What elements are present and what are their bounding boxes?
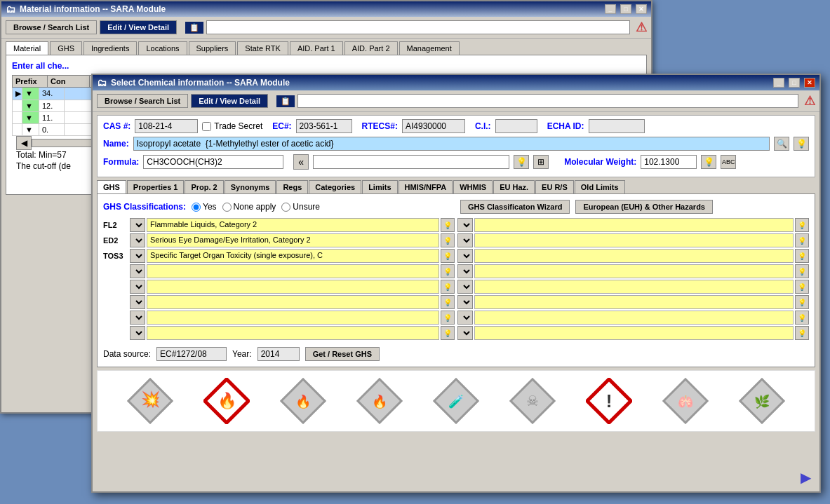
ghs-row-r8: 💡 [457,326,809,340]
bg-tabs: Material GHS Ingredients Locations Suppl… [1,39,651,55]
european-btn[interactable]: European (EUH) & Other Hazards [575,200,713,214]
main-edit-view-btn[interactable]: Edit / View Detail [191,94,268,108]
tab-prop2[interactable]: Prop. 2 [185,180,223,193]
bg-close-btn[interactable]: ✕ [636,4,647,14]
bg-title-input[interactable]: Solvent Wipe #120 [SOLVENT #120] [206,20,630,34]
echa-input[interactable] [589,119,645,133]
tab-eu-rs[interactable]: EU R/S [535,180,574,193]
bg-tab-aid1[interactable]: AID. Part 1 [290,41,343,55]
ghs-light-1[interactable]: 💡 [441,218,455,232]
bg-browse-search-btn[interactable]: Browse / Search List [6,20,97,34]
formula-input2[interactable] [313,155,509,169]
ec-input[interactable] [296,119,352,133]
ghs-wizard-btn[interactable]: GHS Classificaton Wizard [460,200,570,214]
ghs-light-r7[interactable]: 💡 [795,311,809,325]
main-close-btn[interactable]: ✕ [804,78,815,88]
ghs-light-r3[interactable]: 💡 [795,249,809,263]
bg-minimize-btn[interactable]: _ [605,4,616,14]
trade-secret-label[interactable]: Trade Secret [202,121,262,131]
radio-none-label[interactable]: None apply [222,202,276,212]
ghs-light-r5[interactable]: 💡 [795,280,809,294]
ghs-dropdown-3[interactable] [130,249,145,263]
ghs-dropdown-r7[interactable] [457,311,473,325]
ghs-light-r6[interactable]: 💡 [795,295,809,309]
radio-none[interactable] [222,203,232,212]
ghs-dropdown-r8[interactable] [457,326,473,340]
ghs-light-r1[interactable]: 💡 [795,218,809,232]
ghs-dropdown-r4[interactable] [457,264,473,278]
tab-old-limits[interactable]: Old Limits [575,180,625,193]
formula-dotted-btn[interactable]: ⊞ [533,155,549,169]
radio-unsure-label[interactable]: Unsure [281,202,320,212]
ghs-dropdown-4[interactable] [130,264,145,278]
bg-edit-view-btn[interactable]: Edit / View Detail [100,20,177,34]
radio-yes[interactable] [192,203,201,212]
ghs-classifications-row: GHS Classifications: Yes None apply Unsu… [103,200,809,214]
ghs-light-3[interactable]: 💡 [441,249,455,263]
bg-tab-ingredients[interactable]: Ingredients [83,41,137,55]
ghs-dropdown-r3[interactable] [457,249,473,263]
ghs-light-5[interactable]: 💡 [441,280,455,294]
main-browse-search-btn[interactable]: Browse / Search List [97,94,188,108]
main-restore-btn[interactable]: □ [789,78,800,88]
formula-light-btn[interactable]: 💡 [514,155,529,169]
ghs-dropdown-2[interactable] [130,233,145,247]
bg-tab-locations[interactable]: Locations [138,41,187,55]
tab-regs[interactable]: Regs [276,180,308,193]
radio-yes-label[interactable]: Yes [192,202,217,212]
formula-extra-btn[interactable]: « [293,154,309,170]
nav-arrow-icon[interactable]: ▶ [801,469,811,486]
ghs-light-r8[interactable]: 💡 [795,326,809,340]
mw-input[interactable] [641,155,697,169]
radio-unsure[interactable] [281,203,290,212]
ghs-light-r2[interactable]: 💡 [795,233,809,247]
main-minimize-btn[interactable]: _ [773,78,784,88]
scroll-left-btn[interactable]: ◀ [16,136,32,150]
tab-properties1[interactable]: Properties 1 [127,180,185,193]
ghs-dropdown-7[interactable] [130,311,145,325]
bg-maximize-btn[interactable]: □ [620,4,631,14]
bg-tab-suppliers[interactable]: Suppliers [189,41,236,55]
tab-eu-haz[interactable]: EU Haz. [493,180,535,193]
rtecs-input[interactable] [402,119,465,133]
tab-synonyms[interactable]: Synonyms [225,180,276,193]
tab-whmis[interactable]: WHMIS [453,180,493,193]
ghs-light-6[interactable]: 💡 [441,295,455,309]
tab-hmis-nfpa[interactable]: HMIS/NFPA [399,180,453,193]
name-input[interactable] [133,137,770,151]
ghs-light-2[interactable]: 💡 [441,233,455,247]
get-reset-btn[interactable]: Get / Reset GHS [305,347,380,361]
trade-secret-checkbox[interactable] [202,122,211,131]
main-cas-field[interactable]: [108-21-4] [297,94,798,108]
ci-input[interactable] [495,119,537,133]
mw-spell-btn[interactable]: ABC [721,155,736,169]
ghs-dropdown-8[interactable] [130,326,145,340]
bg-tab-aid2[interactable]: AID. Part 2 [344,41,398,55]
ghs-light-r4[interactable]: 💡 [795,264,809,278]
bg-tab-state-rtk[interactable]: State RTK [237,41,288,55]
year-input[interactable] [257,347,300,361]
ghs-dropdown-r2[interactable] [457,233,473,247]
ghs-dropdown-r6[interactable] [457,295,473,309]
ghs-light-7[interactable]: 💡 [441,311,455,325]
cas-input[interactable] [135,119,198,133]
bg-tab-ghs[interactable]: GHS [50,41,82,55]
bg-tab-material[interactable]: Material [6,41,48,55]
tab-limits[interactable]: Limits [362,180,397,193]
ghs-light-4[interactable]: 💡 [441,264,455,278]
ghs-dropdown-6[interactable] [130,295,145,309]
ghs-dropdown-r5[interactable] [457,280,473,294]
name-light-btn[interactable]: 💡 [794,137,809,151]
tab-ghs[interactable]: GHS [97,180,126,193]
ghs-light-8[interactable]: 💡 [441,326,455,340]
bg-tab-management[interactable]: Management [399,41,460,55]
name-search-btn[interactable]: 🔍 [774,137,789,151]
formula-input[interactable] [143,155,283,169]
main-icon-area: 📋 [276,95,295,107]
tab-categories[interactable]: Categories [309,180,361,193]
ghs-dropdown-5[interactable] [130,280,145,294]
data-source-input[interactable] [156,347,227,361]
ghs-dropdown-r1[interactable] [457,218,473,232]
ghs-dropdown-1[interactable] [130,218,145,232]
mw-light-btn[interactable]: 💡 [701,155,716,169]
